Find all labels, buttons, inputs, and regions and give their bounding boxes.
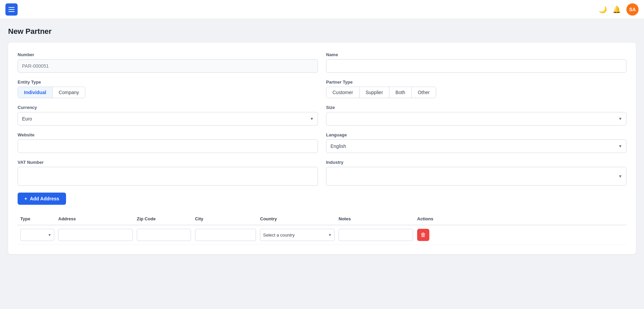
partner-type-other[interactable]: Other — [412, 87, 436, 98]
row-city-input[interactable] — [195, 229, 256, 241]
row-type-select[interactable]: Home Work Other — [20, 229, 54, 241]
add-address-label: Add Address — [30, 196, 59, 201]
form-row-4: Website Language English French German S… — [18, 132, 626, 153]
entity-type-group: Entity Type Individual Company — [18, 80, 318, 98]
language-label: Language — [326, 132, 626, 137]
industry-select[interactable]: Technology Finance Healthcare — [326, 167, 626, 186]
table-header: Type Address Zip Code City Country Notes… — [18, 213, 626, 225]
svg-rect-2 — [8, 11, 15, 12]
form-row-5: VAT Number Industry Technology Finance H… — [18, 160, 626, 186]
language-group: Language English French German Spanish ▼ — [326, 132, 626, 153]
vat-group: VAT Number — [18, 160, 318, 186]
entity-type-toggle: Individual Company — [18, 87, 85, 98]
partner-type-both[interactable]: Both — [389, 87, 412, 98]
form-row-2: Entity Type Individual Company Partner T… — [18, 80, 626, 98]
number-input[interactable] — [18, 59, 318, 73]
header-left — [5, 3, 18, 16]
number-label: Number — [18, 52, 318, 57]
row-notes-input[interactable] — [339, 229, 413, 241]
address-section: Type Address Zip Code City Country Notes… — [18, 213, 626, 245]
avatar[interactable]: SA — [626, 3, 639, 16]
trash-icon: 🗑 — [421, 232, 426, 238]
size-group: Size Small Medium Large ▼ — [326, 105, 626, 126]
entity-type-company[interactable]: Company — [52, 87, 85, 98]
svg-rect-1 — [8, 9, 15, 10]
col-type: Type — [20, 216, 54, 221]
svg-rect-0 — [8, 7, 15, 8]
col-country: Country — [260, 216, 335, 221]
form-row-1: Number Name — [18, 52, 626, 73]
currency-select-wrapper: Euro USD GBP ▼ — [18, 112, 318, 126]
partner-type-group: Partner Type Customer Supplier Both Othe… — [326, 80, 626, 98]
add-address-plus-icon: + — [24, 196, 27, 201]
partner-type-toggle: Customer Supplier Both Other — [326, 87, 436, 98]
name-label: Name — [326, 52, 626, 57]
bell-icon[interactable]: 🔔 — [613, 5, 621, 14]
industry-label: Industry — [326, 160, 626, 165]
vat-label: VAT Number — [18, 160, 318, 165]
size-label: Size — [326, 105, 626, 110]
currency-select[interactable]: Euro USD GBP — [18, 112, 318, 126]
form-card: Number Name Entity Type Individual Compa… — [8, 43, 636, 254]
col-address: Address — [58, 216, 133, 221]
row-country-wrapper: Select a country France Germany USA UK ▼ — [260, 229, 335, 241]
header-right: 🌙 🔔 SA — [599, 3, 639, 16]
industry-group: Industry Technology Finance Healthcare ▼ — [326, 160, 626, 186]
partner-type-label: Partner Type — [326, 80, 626, 85]
currency-label: Currency — [18, 105, 318, 110]
col-actions: Actions — [417, 216, 444, 221]
main-content: New Partner Number Name Entity Type Indi… — [0, 19, 644, 309]
header: 🌙 🔔 SA — [0, 0, 644, 19]
website-input[interactable] — [18, 139, 318, 153]
partner-type-customer[interactable]: Customer — [326, 87, 360, 98]
col-city: City — [195, 216, 256, 221]
size-select-wrapper: Small Medium Large ▼ — [326, 112, 626, 126]
industry-select-wrapper: Technology Finance Healthcare ▼ — [326, 167, 626, 186]
col-notes: Notes — [339, 216, 413, 221]
entity-type-individual[interactable]: Individual — [18, 87, 52, 98]
language-select-wrapper: English French German Spanish ▼ — [326, 139, 626, 153]
delete-row-button[interactable]: 🗑 — [417, 229, 429, 241]
website-group: Website — [18, 132, 318, 153]
website-label: Website — [18, 132, 318, 137]
partner-type-supplier[interactable]: Supplier — [360, 87, 389, 98]
row-country-select[interactable]: Select a country France Germany USA UK — [260, 229, 335, 241]
table-row: Home Work Other ▼ Select a country Franc… — [18, 225, 626, 245]
name-group: Name — [326, 52, 626, 73]
vat-input[interactable] — [18, 167, 318, 186]
add-address-button[interactable]: + Add Address — [18, 193, 66, 205]
form-row-3: Currency Euro USD GBP ▼ Size Small — [18, 105, 626, 126]
moon-icon[interactable]: 🌙 — [599, 5, 607, 14]
menu-button[interactable] — [5, 3, 18, 16]
currency-group: Currency Euro USD GBP ▼ — [18, 105, 318, 126]
col-zipcode: Zip Code — [137, 216, 191, 221]
row-type-wrapper: Home Work Other ▼ — [20, 229, 54, 241]
name-input[interactable] — [326, 59, 626, 73]
language-select[interactable]: English French German Spanish — [326, 139, 626, 153]
size-select[interactable]: Small Medium Large — [326, 112, 626, 126]
number-group: Number — [18, 52, 318, 73]
row-zipcode-input[interactable] — [137, 229, 191, 241]
page-title: New Partner — [8, 27, 636, 36]
row-address-input[interactable] — [58, 229, 133, 241]
entity-type-label: Entity Type — [18, 80, 318, 85]
